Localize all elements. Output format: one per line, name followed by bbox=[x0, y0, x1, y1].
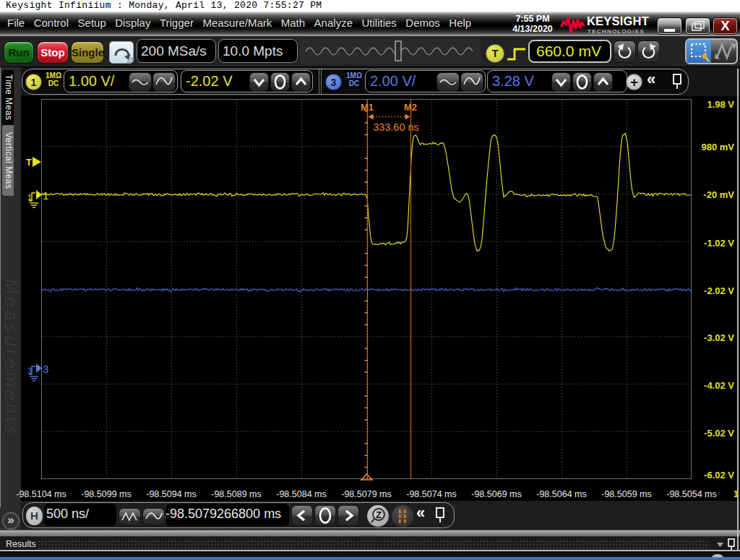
svg-text:-98.5089 ms: -98.5089 ms bbox=[211, 489, 261, 499]
svg-text:-98.5064 ms: -98.5064 ms bbox=[536, 489, 586, 499]
svg-text:KEYSIGHT: KEYSIGHT bbox=[587, 16, 649, 27]
svg-text:-20 mV: -20 mV bbox=[703, 189, 734, 200]
svg-text:-98.5084 ms: -98.5084 ms bbox=[276, 489, 326, 499]
svg-text:1: 1 bbox=[27, 193, 32, 202]
svg-text:-5.02 V: -5.02 V bbox=[704, 428, 734, 439]
svg-text:-98.5099 ms: -98.5099 ms bbox=[81, 489, 131, 499]
svg-text:-98.5094 ms: -98.5094 ms bbox=[146, 489, 196, 499]
svg-text:3: 3 bbox=[43, 363, 48, 375]
svg-text:-2.02 V: -2.02 V bbox=[704, 285, 734, 296]
svg-text:-98.5059 ms: -98.5059 ms bbox=[601, 489, 651, 499]
svg-text:T: T bbox=[26, 157, 32, 168]
svg-text:-6.02 V: -6.02 V bbox=[704, 470, 734, 481]
svg-text:M1: M1 bbox=[361, 102, 374, 113]
svg-text:3: 3 bbox=[27, 366, 32, 375]
svg-text:-98.5069 ms: -98.5069 ms bbox=[471, 489, 521, 499]
svg-text:-3.02 V: -3.02 V bbox=[704, 332, 734, 343]
svg-text:M2: M2 bbox=[404, 102, 417, 113]
svg-text:-1.02 V: -1.02 V bbox=[704, 238, 734, 249]
svg-text:333.60 ns: 333.60 ns bbox=[373, 121, 419, 133]
svg-text:-98.5079 ms: -98.5079 ms bbox=[341, 489, 391, 499]
svg-text:-98.5054 ms: -98.5054 ms bbox=[666, 489, 716, 499]
svg-text:TECHNOLOGIES: TECHNOLOGIES bbox=[588, 28, 645, 35]
svg-text:-98.5104 ms: -98.5104 ms bbox=[16, 489, 66, 499]
svg-text:Z: Z bbox=[376, 509, 382, 520]
svg-text:1.98 V: 1.98 V bbox=[707, 99, 734, 110]
svg-text:980 mV: 980 mV bbox=[701, 142, 734, 152]
svg-text:1: 1 bbox=[43, 189, 48, 202]
svg-text:-4.02 V: -4.02 V bbox=[704, 380, 734, 391]
svg-text:-98.5074 ms: -98.5074 ms bbox=[406, 489, 456, 499]
